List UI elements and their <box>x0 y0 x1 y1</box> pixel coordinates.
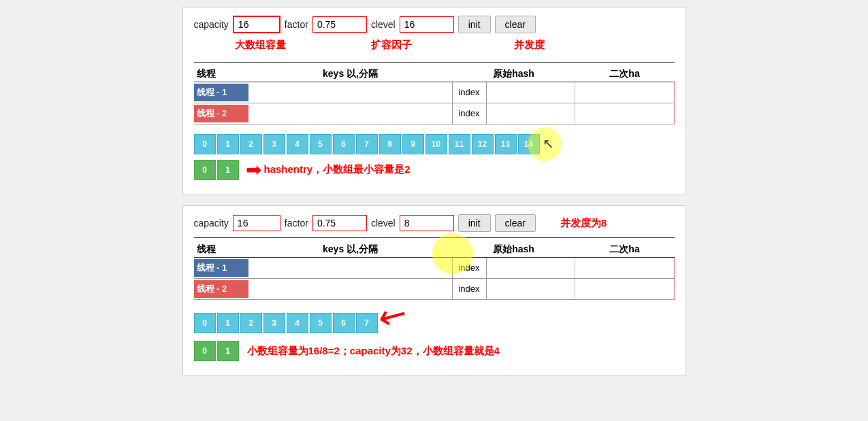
arrow-icon-1: ➡ <box>246 158 261 181</box>
annotation-1: 大数组容量 <box>235 39 286 52</box>
annotation-3: 并发度 <box>514 39 545 52</box>
table-row-2-1: 线程 - 1 index <box>194 258 675 279</box>
hash-2-2 <box>487 279 575 299</box>
index-1-2: index <box>453 103 487 124</box>
keys-field-1-2[interactable] <box>248 103 452 124</box>
capacity-input-1[interactable] <box>233 16 280 33</box>
init-button-2[interactable]: init <box>458 214 491 232</box>
secondary-2-2 <box>575 279 675 299</box>
hash-cell-1-8: 8 <box>379 134 401 154</box>
keys-field-2-1[interactable] <box>248 258 452 278</box>
hash-cell-2-1: 1 <box>217 313 239 333</box>
controls-row-2: capacity factor clevel init clear 并发度为8 <box>194 214 675 232</box>
table-row-1-2: 线程 - 2 index <box>194 103 675 124</box>
hash-cell-1-5: 5 <box>310 134 332 154</box>
annotation-2: 扩容因子 <box>371 39 412 52</box>
thread-1-label: 线程 - 1 <box>194 84 248 101</box>
index-2-2: index <box>453 279 487 299</box>
table-header-2: 线程 keys 以,分隔 原始hash 二次ha <box>194 242 675 258</box>
hash-cell-2-0: 0 <box>194 313 216 333</box>
thread-2-2-label: 线程 - 2 <box>194 280 248 298</box>
hash-cell-1-11: 11 <box>449 134 470 154</box>
hash-cell-2-4: 4 <box>287 313 308 333</box>
hash-cell-1-1: 1 <box>217 134 239 154</box>
concurrent-annotation: 并发度为8 <box>560 217 607 230</box>
clear-button-1[interactable]: clear <box>495 16 536 33</box>
table-header-1: 线程 keys 以,分隔 原始hash 二次ha <box>194 67 675 82</box>
hash-cell-1-0: 0 <box>194 134 216 154</box>
keys-field-2-2[interactable] <box>248 279 452 299</box>
keys-input-1-2[interactable] <box>248 103 453 124</box>
index-2-1: index <box>453 258 487 278</box>
secondary-1-2 <box>575 103 675 124</box>
thread-2-label: 线程 - 2 <box>194 105 248 122</box>
entry-row-2: 0 1 小数组容量为16/8=2；capacity为32，小数组容量就是4 <box>194 341 675 361</box>
clevel-label-1: clevel <box>371 19 396 30</box>
hash-cell-1-13: 13 <box>495 134 517 154</box>
entry-row-1: 0 1 ➡ hashentry，小数组最小容量是2 <box>194 158 675 181</box>
hash-cell-1-12: 12 <box>472 134 494 154</box>
hash-cell-1-2: 2 <box>240 134 262 154</box>
hash-cell-1-3: 3 <box>263 134 285 154</box>
entry-cell-2-1: 1 <box>217 341 239 361</box>
hash-cells-row-1: 0 1 2 3 4 5 6 7 8 9 10 11 12 13 14 ↖ <box>194 134 675 154</box>
th-thread-2: 线程 <box>194 243 248 256</box>
thread-2-1-label: 线程 - 1 <box>194 259 248 277</box>
th-secondary-1: 二次ha <box>575 68 675 80</box>
cursor-1: ↖ <box>543 135 554 152</box>
arrow-label-1: ➡ hashentry，小数组最小容量是2 <box>246 158 411 181</box>
secondary-2-1 <box>575 258 675 278</box>
index-1-1: index <box>453 82 487 103</box>
clevel-input-1[interactable] <box>400 16 454 33</box>
panel-2: capacity factor clevel init clear 并发度为8 … <box>182 205 686 375</box>
hash-cell-2-6: 6 <box>333 313 355 333</box>
keys-field-1-1[interactable] <box>248 82 452 103</box>
secondary-1-1 <box>575 82 675 103</box>
hash-1-1 <box>487 82 575 103</box>
th-keys-1: keys 以,分隔 <box>248 68 453 80</box>
hash-cell-2-3: 3 <box>263 313 285 333</box>
hash-2-1 <box>487 258 575 278</box>
keys-input-1-1[interactable] <box>248 82 453 103</box>
keys-input-2-1[interactable] <box>248 258 453 278</box>
th-hash-1: 原始hash <box>453 68 575 80</box>
hash-cell-1-9: 9 <box>402 134 424 154</box>
clevel-input-2[interactable] <box>400 215 454 231</box>
th-hash-2-wrapper: 原始hash <box>453 243 575 256</box>
entry-cell-1-1: 1 <box>217 160 239 180</box>
th-hash-2: 原始hash <box>493 243 534 254</box>
factor-label-1: factor <box>285 19 308 30</box>
th-thread-1: 线程 <box>194 68 248 80</box>
capacity-input-2[interactable] <box>233 215 280 231</box>
th-keys-2: keys 以,分隔 <box>248 243 453 256</box>
hash-cell-2-5: 5 <box>310 313 332 333</box>
controls-row-1: capacity factor clevel init clear <box>194 16 675 33</box>
hash-cell-1-6: 6 <box>333 134 355 154</box>
init-button-1[interactable]: init <box>458 16 491 33</box>
entry-cell-1-0: 0 <box>194 160 216 180</box>
hash-cell-1-4: 4 <box>287 134 308 154</box>
hash-cell-2-2: 2 <box>240 313 262 333</box>
entry-label-2: 小数组容量为16/8=2；capacity为32，小数组容量就是4 <box>247 345 500 358</box>
hash-cells-row-2: 0 1 2 3 4 5 6 7 ↙ <box>194 309 675 337</box>
panel-1: capacity factor clevel init clear 大数组容量 … <box>182 7 686 195</box>
clear-button-2[interactable]: clear <box>495 214 536 232</box>
clevel-label-2: clevel <box>371 218 396 229</box>
hash-cell-1-10: 10 <box>425 134 447 154</box>
factor-input-2[interactable] <box>312 215 367 231</box>
hash-1-2 <box>487 103 575 124</box>
table-row-2-2: 线程 - 2 index <box>194 279 675 300</box>
entry-label-1: hashentry，小数组最小容量是2 <box>264 163 411 176</box>
big-arrow-wrapper: ↙ <box>379 309 434 337</box>
factor-input-1[interactable] <box>312 16 367 33</box>
capacity-label-2: capacity <box>194 218 229 229</box>
capacity-label-1: capacity <box>194 19 229 30</box>
th-secondary-2: 二次ha <box>575 243 675 256</box>
keys-input-2-2[interactable] <box>248 279 453 299</box>
factor-label-2: factor <box>285 218 308 229</box>
entry-cell-2-0: 0 <box>194 341 216 361</box>
hash-cell-1-7: 7 <box>356 134 378 154</box>
table-row-1-1: 线程 - 1 index <box>194 82 675 103</box>
